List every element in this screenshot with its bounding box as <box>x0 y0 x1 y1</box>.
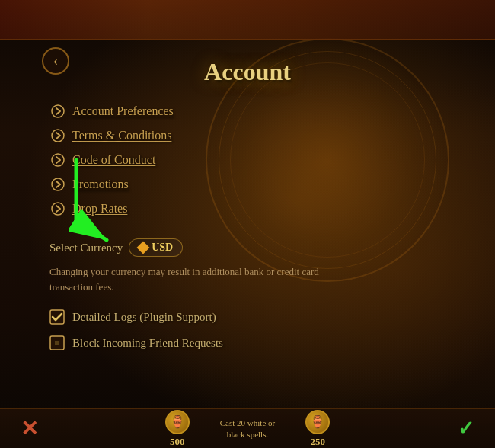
coin-icon-2: 🏺 <box>305 410 330 434</box>
coin-item-1: 🏺 500 <box>165 410 190 448</box>
checkbox-block-friend-requests[interactable]: Block Incoming Friend Requests <box>50 335 446 350</box>
nav-arrow-icon-5 <box>50 200 66 217</box>
bottom-bar: ✕ 🏺 500 Cast 20 white orblack spells. 🏺 … <box>0 408 495 448</box>
coin-value-2: 250 <box>310 436 325 448</box>
nav-link-terms-conditions[interactable]: Terms & Conditions <box>72 129 171 142</box>
confirm-icon: ✓ <box>458 417 474 440</box>
coin-icon-1: 🏺 <box>165 410 190 434</box>
main-panel: Account Account Preferences Terms & Cond… <box>27 40 468 408</box>
checkbox-detailed-logs[interactable]: Detailed Logs (Plugin Support) <box>50 309 446 325</box>
currency-row: Select Currency USD <box>50 238 446 257</box>
nav-item-promotions[interactable]: Promotions <box>50 176 446 193</box>
svg-point-0 <box>52 105 64 117</box>
top-image-strip <box>0 0 495 40</box>
checkbox-unchecked-icon <box>50 335 65 350</box>
svg-point-1 <box>52 130 64 142</box>
checkbox-checked-icon <box>50 309 65 325</box>
svg-point-3 <box>52 178 64 190</box>
page-title: Account <box>50 55 446 86</box>
coin-value-1: 500 <box>170 436 185 448</box>
nav-list: Account Preferences Terms & Conditions C… <box>50 103 446 225</box>
nav-link-promotions[interactable]: Promotions <box>72 178 129 191</box>
confirm-button[interactable]: ✓ <box>452 415 480 443</box>
nav-item-drop-rates[interactable]: Drop Rates <box>50 200 446 217</box>
nav-link-drop-rates[interactable]: Drop Rates <box>72 202 127 216</box>
coin-row: 🏺 500 Cast 20 white orblack spells. 🏺 25… <box>165 410 330 448</box>
checkbox-block-friend-requests-label: Block Incoming Friend Requests <box>72 337 223 350</box>
currency-diamond-icon <box>137 242 150 254</box>
nav-arrow-icon-4 <box>50 176 66 193</box>
svg-rect-7 <box>55 341 59 345</box>
nav-arrow-icon-3 <box>50 152 66 168</box>
cancel-icon: ✕ <box>21 418 38 440</box>
quest-text: Cast 20 white orblack spells. <box>220 418 275 440</box>
nav-item-account-preferences[interactable]: Account Preferences <box>50 103 446 120</box>
currency-selector[interactable]: USD <box>129 238 183 257</box>
currency-label: Select Currency <box>50 242 123 254</box>
nav-link-code-of-conduct[interactable]: Code of Conduct <box>72 153 155 167</box>
nav-arrow-icon-2 <box>50 127 66 144</box>
nav-arrow-icon-1 <box>50 103 66 120</box>
nav-link-account-preferences[interactable]: Account Preferences <box>72 104 174 118</box>
coin-item-2: 🏺 250 <box>305 410 330 448</box>
svg-point-2 <box>52 154 64 166</box>
cancel-button[interactable]: ✕ <box>15 415 43 443</box>
nav-item-terms-conditions[interactable]: Terms & Conditions <box>50 127 446 144</box>
bottom-center-area: 🏺 500 Cast 20 white orblack spells. 🏺 25… <box>43 410 452 448</box>
back-button[interactable]: ‹ <box>42 47 69 75</box>
nav-item-code-of-conduct[interactable]: Code of Conduct <box>50 152 446 168</box>
currency-value: USD <box>152 242 173 254</box>
currency-info-text: Changing your currency may result in add… <box>50 264 339 294</box>
svg-point-4 <box>52 203 64 215</box>
checkbox-detailed-logs-label: Detailed Logs (Plugin Support) <box>72 311 216 324</box>
